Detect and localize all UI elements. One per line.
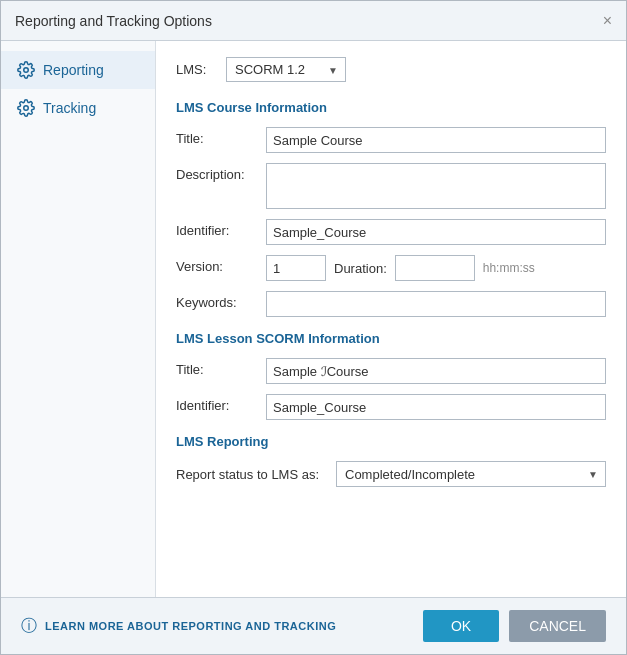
scorm-title-input[interactable]: [266, 358, 606, 384]
sidebar-item-tracking[interactable]: Tracking: [1, 89, 155, 127]
duration-input[interactable]: [395, 255, 475, 281]
report-status-select-wrapper: Completed/Incomplete Passed/Failed Compl…: [336, 461, 606, 487]
sidebar: Reporting Tracking: [1, 41, 156, 597]
dialog-title: Reporting and Tracking Options: [15, 13, 212, 29]
duration-format-label: hh:mm:ss: [483, 261, 535, 275]
keywords-label: Keywords:: [176, 291, 266, 310]
duration-label: Duration:: [334, 261, 387, 276]
title-label: Title:: [176, 127, 266, 146]
keywords-row: Keywords:: [176, 291, 606, 317]
scorm-identifier-row: Identifier:: [176, 394, 606, 420]
gear-icon-reporting: [17, 61, 35, 79]
sidebar-item-reporting-label: Reporting: [43, 62, 104, 78]
scorm-title-row: Title:: [176, 358, 606, 384]
sidebar-item-reporting[interactable]: Reporting: [1, 51, 155, 89]
reporting-title: LMS Reporting: [176, 434, 606, 449]
report-status-label: Report status to LMS as:: [176, 467, 336, 482]
title-input[interactable]: [266, 127, 606, 153]
svg-point-0: [24, 68, 29, 73]
version-duration-group: Duration: hh:mm:ss: [266, 255, 606, 281]
footer-left: ⓘ LEARN MORE ABOUT REPORTING AND TRACKIN…: [21, 616, 336, 637]
course-info-title: LMS Course Information: [176, 100, 606, 115]
report-status-row: Report status to LMS as: Completed/Incom…: [176, 461, 606, 487]
lms-select[interactable]: SCORM 1.2 SCORM 2004 AICC xAPI: [226, 57, 346, 82]
svg-point-1: [24, 106, 29, 111]
report-status-select[interactable]: Completed/Incomplete Passed/Failed Compl…: [336, 461, 606, 487]
version-input[interactable]: [266, 255, 326, 281]
identifier-label: Identifier:: [176, 219, 266, 238]
version-duration-row: Version: Duration: hh:mm:ss: [176, 255, 606, 281]
sidebar-item-tracking-label: Tracking: [43, 100, 96, 116]
description-label: Description:: [176, 163, 266, 182]
scorm-info-title: LMS Lesson SCORM Information: [176, 331, 606, 346]
version-label: Version:: [176, 255, 266, 274]
cancel-button[interactable]: CANCEL: [509, 610, 606, 642]
dialog-footer: ⓘ LEARN MORE ABOUT REPORTING AND TRACKIN…: [1, 597, 626, 654]
scorm-identifier-label: Identifier:: [176, 394, 266, 413]
dialog-titlebar: Reporting and Tracking Options ×: [1, 1, 626, 41]
footer-buttons: OK CANCEL: [423, 610, 606, 642]
lms-row: LMS: SCORM 1.2 SCORM 2004 AICC xAPI ▼: [176, 57, 606, 82]
reporting-tracking-dialog: Reporting and Tracking Options × Reporti…: [0, 0, 627, 655]
info-icon: ⓘ: [21, 616, 37, 637]
ok-button[interactable]: OK: [423, 610, 499, 642]
scorm-title-label: Title:: [176, 358, 266, 377]
dialog-body: Reporting Tracking LMS: SCORM 1.2 SCORM …: [1, 41, 626, 597]
learn-more-link[interactable]: LEARN MORE ABOUT REPORTING AND TRACKING: [45, 620, 336, 632]
identifier-input[interactable]: [266, 219, 606, 245]
gear-icon-tracking: [17, 99, 35, 117]
keywords-input[interactable]: [266, 291, 606, 317]
description-input[interactable]: [266, 163, 606, 209]
description-row: Description:: [176, 163, 606, 209]
close-icon[interactable]: ×: [603, 13, 612, 29]
identifier-row: Identifier:: [176, 219, 606, 245]
lms-label: LMS:: [176, 62, 216, 77]
scorm-identifier-input[interactable]: [266, 394, 606, 420]
title-row: Title:: [176, 127, 606, 153]
lms-select-wrapper: SCORM 1.2 SCORM 2004 AICC xAPI ▼: [226, 57, 346, 82]
main-content: LMS: SCORM 1.2 SCORM 2004 AICC xAPI ▼ LM…: [156, 41, 626, 597]
